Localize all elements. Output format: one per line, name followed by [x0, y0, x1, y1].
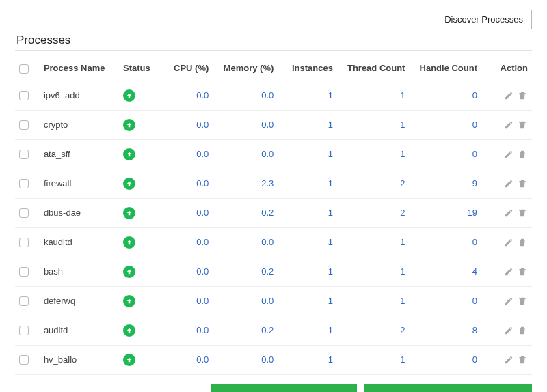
- delete-icon[interactable]: [517, 237, 528, 248]
- cell-cpu[interactable]: 0.0: [162, 227, 213, 257]
- status-up-icon: [123, 266, 135, 278]
- delete-icon[interactable]: [517, 120, 528, 130]
- edit-icon[interactable]: [503, 90, 514, 101]
- cell-status: [119, 110, 162, 139]
- cell-handles[interactable]: 0: [409, 110, 481, 139]
- edit-icon[interactable]: [503, 208, 514, 219]
- cell-cpu[interactable]: 0.0: [162, 286, 213, 316]
- table-row: crypto0.00.0110: [15, 110, 532, 139]
- row-checkbox[interactable]: [19, 238, 29, 247]
- edit-icon[interactable]: [503, 178, 514, 189]
- cell-memory[interactable]: 2.3: [213, 169, 278, 198]
- row-checkbox[interactable]: [19, 179, 29, 188]
- table-row: ata_sff0.00.0110: [15, 139, 532, 169]
- cell-memory[interactable]: 0.2: [213, 257, 278, 286]
- row-checkbox[interactable]: [19, 326, 29, 335]
- cell-memory[interactable]: 0.0: [213, 139, 278, 169]
- row-checkbox[interactable]: [19, 91, 29, 100]
- cell-action: [481, 81, 532, 110]
- cell-handles[interactable]: 8: [409, 316, 481, 345]
- delete-icon[interactable]: [517, 178, 528, 189]
- cell-threads[interactable]: 1: [337, 227, 410, 257]
- table-row: bash0.00.2114: [15, 257, 532, 286]
- cell-instances[interactable]: 1: [278, 169, 337, 198]
- cell-handles[interactable]: 19: [409, 198, 481, 227]
- cell-handles[interactable]: 0: [409, 81, 481, 110]
- delete-from-other-monitors-button[interactable]: Delete from Other Server Monitors: [364, 384, 532, 392]
- cell-threads[interactable]: 1: [337, 81, 410, 110]
- cell-cpu[interactable]: 0.0: [162, 316, 213, 345]
- cell-memory[interactable]: 0.0: [213, 345, 278, 374]
- cell-threads[interactable]: 1: [337, 257, 410, 286]
- cell-memory[interactable]: 0.2: [213, 316, 278, 345]
- discover-processes-button[interactable]: Discover Processes: [436, 10, 532, 29]
- cell-threads[interactable]: 2: [337, 198, 410, 227]
- cell-instances[interactable]: 1: [278, 286, 337, 316]
- row-checkbox[interactable]: [19, 120, 29, 130]
- cell-cpu[interactable]: 0.0: [162, 198, 213, 227]
- cell-cpu[interactable]: 0.0: [162, 81, 213, 110]
- cell-memory[interactable]: 0.0: [213, 110, 278, 139]
- row-checkbox[interactable]: [19, 355, 29, 365]
- delete-icon[interactable]: [517, 149, 528, 160]
- cell-process-name: kauditd: [40, 227, 119, 257]
- cell-handles[interactable]: 0: [409, 345, 481, 374]
- cell-memory[interactable]: 0.0: [213, 227, 278, 257]
- add-to-other-monitors-button[interactable]: Add to Other Server Monitors: [211, 384, 357, 392]
- cell-threads[interactable]: 1: [337, 110, 410, 139]
- cell-threads[interactable]: 1: [337, 345, 410, 374]
- row-checkbox[interactable]: [19, 150, 29, 159]
- cell-threads[interactable]: 1: [337, 286, 410, 316]
- cell-handles[interactable]: 0: [409, 139, 481, 169]
- cell-threads[interactable]: 2: [337, 316, 410, 345]
- cell-handles[interactable]: 4: [409, 257, 481, 286]
- cell-instances[interactable]: 1: [278, 81, 337, 110]
- row-checkbox[interactable]: [19, 296, 29, 306]
- delete-icon[interactable]: [517, 266, 528, 277]
- cell-process-name: ata_sff: [40, 139, 119, 169]
- cell-process-name: deferwq: [40, 286, 119, 316]
- cell-instances[interactable]: 1: [278, 198, 337, 227]
- edit-icon[interactable]: [503, 149, 514, 160]
- cell-memory[interactable]: 0.0: [213, 286, 278, 316]
- delete-icon[interactable]: [517, 296, 528, 307]
- cell-instances[interactable]: 1: [278, 316, 337, 345]
- cell-memory[interactable]: 0.2: [213, 198, 278, 227]
- status-up-icon: [123, 89, 135, 102]
- edit-icon[interactable]: [503, 237, 514, 248]
- cell-handles[interactable]: 0: [409, 286, 481, 316]
- cell-memory[interactable]: 0.0: [213, 81, 278, 110]
- cell-cpu[interactable]: 0.0: [162, 257, 213, 286]
- status-up-icon: [123, 236, 135, 249]
- cell-instances[interactable]: 1: [278, 110, 337, 139]
- row-checkbox[interactable]: [19, 208, 29, 218]
- cell-handles[interactable]: 9: [409, 169, 481, 198]
- cell-cpu[interactable]: 0.0: [162, 169, 213, 198]
- delete-icon[interactable]: [517, 90, 528, 101]
- delete-icon[interactable]: [517, 208, 528, 219]
- col-memory: Memory (%): [213, 53, 278, 81]
- edit-icon[interactable]: [503, 354, 514, 365]
- select-all-checkbox[interactable]: [19, 64, 29, 74]
- status-up-icon: [123, 354, 135, 366]
- col-handle-count: Handle Count: [409, 53, 481, 81]
- cell-status: [119, 257, 162, 286]
- edit-icon[interactable]: [503, 325, 514, 336]
- edit-icon[interactable]: [503, 266, 514, 277]
- cell-instances[interactable]: 1: [278, 227, 337, 257]
- cell-cpu[interactable]: 0.0: [162, 139, 213, 169]
- delete-icon[interactable]: [517, 354, 528, 365]
- cell-instances[interactable]: 1: [278, 139, 337, 169]
- cell-instances[interactable]: 1: [278, 345, 337, 374]
- cell-threads[interactable]: 2: [337, 169, 410, 198]
- cell-instances[interactable]: 1: [278, 257, 337, 286]
- cell-handles[interactable]: 0: [409, 227, 481, 257]
- delete-icon[interactable]: [517, 325, 528, 336]
- row-checkbox[interactable]: [19, 267, 29, 277]
- col-thread-count: Thread Count: [337, 53, 410, 81]
- cell-threads[interactable]: 1: [337, 139, 410, 169]
- edit-icon[interactable]: [503, 120, 514, 130]
- cell-cpu[interactable]: 0.0: [162, 345, 213, 374]
- edit-icon[interactable]: [503, 296, 514, 307]
- cell-cpu[interactable]: 0.0: [162, 110, 213, 139]
